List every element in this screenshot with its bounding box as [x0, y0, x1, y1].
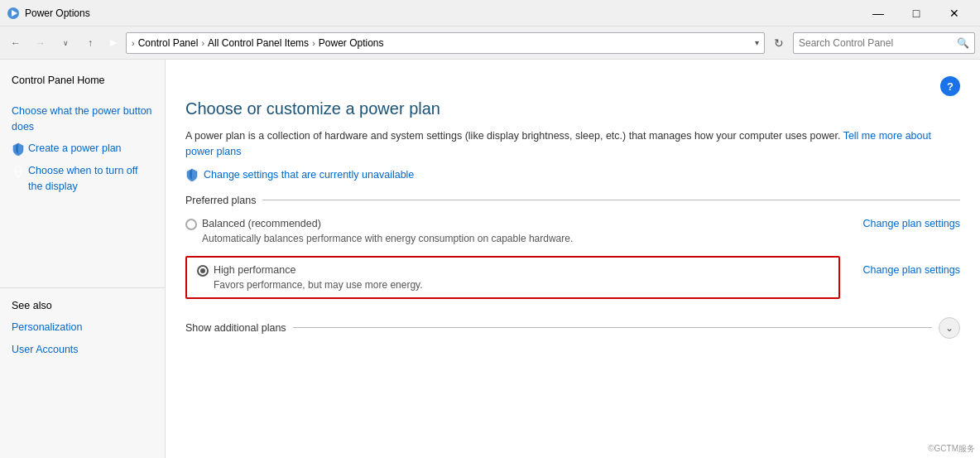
- address-control-panel[interactable]: Control Panel: [138, 37, 199, 49]
- sidebar-item-display-label: Choose when to turn off the display: [28, 163, 153, 195]
- change-settings-text[interactable]: Change settings that are currently unava…: [204, 169, 414, 181]
- sidebar-item-display[interactable]: Choose when to turn off the display: [0, 160, 165, 198]
- preferred-plans-divider: Preferred plans: [185, 195, 960, 206]
- balanced-change-link[interactable]: Change plan settings: [847, 218, 960, 229]
- back-button[interactable]: ←: [5, 32, 26, 54]
- preferred-plans-line: [262, 200, 960, 200]
- address-bar: ← → ∨ ↑ › Control Panel › All Control Pa…: [0, 27, 980, 60]
- balanced-radio[interactable]: [185, 219, 197, 230]
- sidebar-item-create-plan[interactable]: Create a power plan: [0, 137, 165, 160]
- additional-plans-chevron[interactable]: ⌄: [939, 317, 960, 339]
- high-performance-plan-desc: Favors performance, but may use more ene…: [214, 279, 829, 291]
- change-settings-shield-icon: [185, 168, 199, 181]
- chevron-down-icon: ⌄: [945, 322, 954, 334]
- title-bar: Power Options — □ ✕: [0, 0, 980, 27]
- high-performance-radio[interactable]: [197, 265, 209, 277]
- sidebar-item-user-accounts[interactable]: User Accounts: [0, 339, 165, 361]
- svg-marker-3: [110, 40, 117, 46]
- change-settings-link[interactable]: Change settings that are currently unava…: [185, 168, 960, 181]
- address-box[interactable]: › Control Panel › All Control Panel Item…: [126, 32, 765, 54]
- minimize-button[interactable]: —: [859, 0, 897, 27]
- down-button[interactable]: ∨: [55, 32, 76, 54]
- sidebar-item-create-plan-label: Create a power plan: [28, 141, 122, 157]
- display-icon: [12, 165, 25, 178]
- sidebar-item-personalization[interactable]: Personalization: [0, 316, 165, 339]
- balanced-plan-desc: Automatically balances performance with …: [202, 233, 847, 244]
- watermark: ©GCTM服务: [928, 443, 975, 455]
- high-performance-change-link[interactable]: Change plan settings: [847, 256, 960, 276]
- high-performance-plan-name: High performance: [214, 264, 295, 276]
- description: A power plan is a collection of hardware…: [185, 128, 960, 160]
- folder-icon: [104, 35, 121, 51]
- preferred-plans-label: Preferred plans: [185, 195, 256, 206]
- main-layout: Control Panel Home Choose what the power…: [0, 60, 980, 458]
- balanced-plan-item: Balanced (recommended) Automatically bal…: [185, 218, 960, 244]
- sidebar: Control Panel Home Choose what the power…: [0, 60, 166, 458]
- help-button[interactable]: ?: [940, 76, 960, 96]
- up-button[interactable]: ↑: [79, 32, 101, 54]
- forward-button[interactable]: →: [30, 32, 51, 54]
- additional-plans-row: Show additional plans ⌄: [185, 317, 960, 339]
- shield-icon: [12, 142, 25, 156]
- address-sep1: ›: [201, 38, 204, 48]
- additional-plans-label: Show additional plans: [185, 322, 286, 334]
- additional-plans-line: [293, 327, 932, 328]
- address-current: Power Options: [319, 37, 384, 49]
- search-input[interactable]: [799, 37, 954, 49]
- address-dropdown-button[interactable]: ▾: [755, 38, 759, 47]
- sidebar-divider: [0, 287, 165, 288]
- content-area: ? Choose or customize a power plan A pow…: [166, 60, 980, 458]
- sidebar-header: Control Panel Home: [0, 70, 165, 92]
- app-icon: [7, 7, 20, 20]
- page-title: Choose or customize a power plan: [185, 99, 960, 118]
- maximize-button[interactable]: □: [897, 0, 935, 27]
- search-box: 🔍: [793, 32, 975, 54]
- window-controls: — □ ✕: [859, 0, 973, 27]
- sidebar-item-power-button-label: Choose what the power button does: [12, 104, 153, 135]
- address-sep2: ›: [312, 38, 315, 48]
- sidebar-see-also: See also: [0, 295, 165, 317]
- high-performance-plan-item: High performance Favors performance, but…: [197, 264, 829, 291]
- balanced-plan-name: Balanced (recommended): [202, 218, 321, 229]
- refresh-button[interactable]: ↻: [768, 32, 790, 54]
- sidebar-item-power-button[interactable]: Choose what the power button does: [0, 100, 165, 138]
- search-icon: 🔍: [957, 37, 969, 49]
- window-title: Power Options: [25, 7, 90, 19]
- address-sep0: ›: [132, 38, 135, 48]
- close-button[interactable]: ✕: [935, 0, 973, 27]
- address-all-items[interactable]: All Control Panel Items: [208, 37, 309, 49]
- description-text: A power plan is a collection of hardware…: [185, 130, 843, 142]
- high-performance-box: High performance Favors performance, but…: [185, 256, 840, 299]
- high-performance-row: High performance Favors performance, but…: [185, 256, 960, 311]
